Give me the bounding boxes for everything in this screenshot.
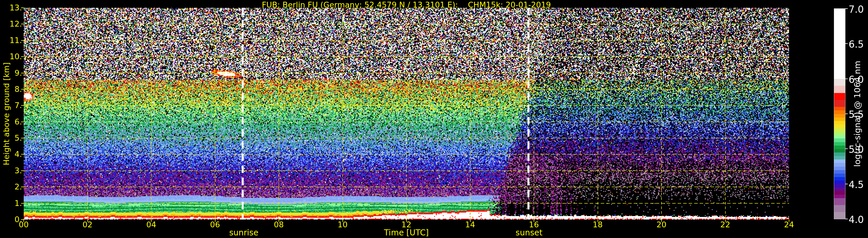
y-tick-label: 12. bbox=[2, 19, 22, 28]
y-tick-label: 2. bbox=[2, 182, 22, 191]
x-tick-label: 14 bbox=[465, 220, 475, 229]
colorbar-tick-label: 6.5 bbox=[848, 39, 864, 50]
y-tick-label: 1. bbox=[2, 199, 22, 208]
x-tick-label: 24 bbox=[784, 220, 794, 229]
x-tick-label: 16 bbox=[529, 220, 539, 229]
x-tick-label: 06 bbox=[210, 220, 220, 229]
x-tick-label: 02 bbox=[83, 220, 92, 229]
y-tick-label: 5. bbox=[2, 133, 22, 142]
x-tick-label: 18 bbox=[593, 220, 602, 229]
y-tick-label: 10. bbox=[2, 52, 22, 61]
y-tick-label: 6. bbox=[2, 117, 22, 126]
colorbar-label: log(rc-signal) @ 1064 nm bbox=[852, 61, 862, 167]
sunset-annotation: sunset bbox=[516, 228, 542, 237]
x-tick-label: 20 bbox=[657, 220, 666, 229]
x-tick-label: 00 bbox=[19, 220, 29, 229]
sunrise-annotation: sunrise bbox=[229, 228, 258, 237]
y-tick-label: 7. bbox=[2, 101, 22, 110]
page-title: FUB: Berlin FU (Germany; 52.4579 N / 13.… bbox=[262, 0, 551, 9]
y-tick-label: 11. bbox=[2, 36, 22, 45]
y-tick-label: 3. bbox=[2, 166, 22, 175]
colorbar-tick-label: 4.5 bbox=[848, 179, 864, 190]
colorbar-tick-label: 7.0 bbox=[848, 4, 864, 15]
y-tick-label: 8. bbox=[2, 84, 22, 94]
y-tick-label: 9. bbox=[2, 68, 22, 77]
y-tick-label: 4. bbox=[2, 149, 22, 159]
x-tick-label: 08 bbox=[274, 220, 284, 229]
colorbar-tick-label: 4.0 bbox=[848, 214, 864, 225]
y-tick-label: 13. bbox=[2, 3, 22, 12]
x-tick-label: 12 bbox=[401, 220, 411, 229]
x-tick-label: 04 bbox=[146, 220, 156, 229]
heatmap-canvas bbox=[0, 0, 868, 238]
x-axis-label: Time [UTC] bbox=[384, 228, 429, 237]
x-tick-label: 10 bbox=[338, 220, 347, 229]
lidar-quicklook-figure: FUB: Berlin FU (Germany; 52.4579 N / 13.… bbox=[0, 0, 868, 238]
x-tick-label: 22 bbox=[720, 220, 730, 229]
